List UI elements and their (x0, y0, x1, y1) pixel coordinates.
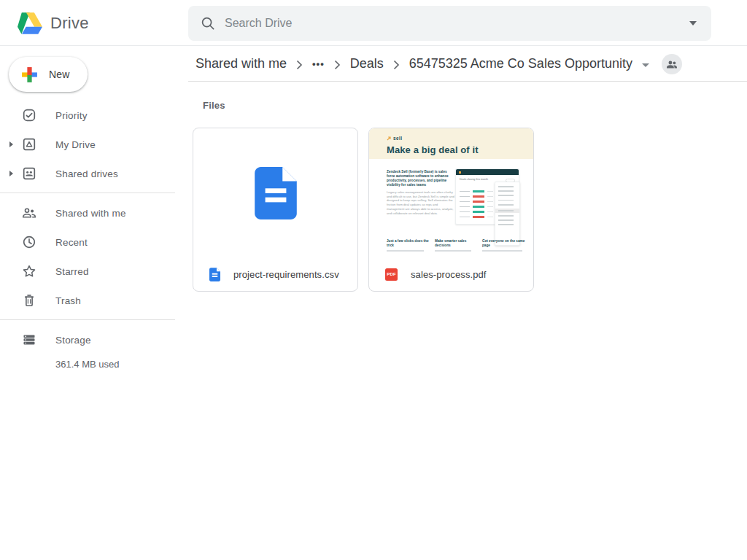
storage-usage-text: 361.4 MB used (55, 359, 187, 370)
app-screenshot-topbar (456, 169, 519, 175)
pdf-column-subtext-line (482, 250, 522, 252)
sidebar-item-recent[interactable]: Recent (0, 228, 187, 257)
pdf-feature-columns: Just a few clicks does the trick Make sm… (387, 239, 533, 252)
file-grid: project-requirements.csv sell Make a big… (193, 128, 747, 292)
sidebar-item-label: Priority (55, 110, 88, 121)
shared-drives-icon (22, 166, 36, 181)
star-icon (22, 264, 36, 279)
drive-triangle-icon (18, 12, 42, 34)
app-screenshot-title: Deals closing this month (460, 178, 490, 181)
sidebar-item-priority[interactable]: Priority (0, 101, 187, 130)
main-content: Shared with me ••• Deals 65475325 Acme C… (187, 47, 747, 560)
pdf-preview-area: sell Make a big deal of it Zendesk Sell … (369, 128, 533, 257)
pdf-file-mini-icon: PDF (385, 268, 398, 281)
sidebar-item-label: Starred (55, 266, 89, 277)
sell-arrow-icon (387, 136, 391, 141)
pdf-column-heading: Get everyone on the same page (482, 239, 527, 248)
chevron-right-icon (393, 60, 400, 70)
sidebar-item-label: My Drive (55, 139, 96, 150)
sidebar-item-shared-drives[interactable]: Shared drives (0, 159, 187, 188)
sidebar-item-starred[interactable]: Starred (0, 257, 187, 286)
clock-icon (22, 235, 36, 249)
csv-file-icon (255, 167, 297, 219)
pdf-intro-bold: Zendesk Sell (formerly Base) is sales fo… (387, 170, 456, 187)
sidebar-divider (0, 319, 175, 320)
storage-icon (22, 332, 36, 347)
sidebar-nav: Priority My Drive Shared drives (0, 101, 187, 370)
sidebar-item-label: Shared drives (55, 168, 118, 179)
sidebar-divider (0, 192, 175, 193)
search-icon[interactable] (201, 16, 215, 31)
sidebar-item-trash[interactable]: Trash (0, 286, 187, 315)
new-button[interactable]: New (9, 57, 88, 92)
pdf-thumb-header: sell Make a big deal of it (369, 128, 533, 159)
pdf-thumb-body: Zendesk Sell (formerly Base) is sales fo… (369, 159, 533, 257)
pdf-column-heading: Just a few clicks does the trick (387, 239, 429, 248)
pdf-thumbnail: sell Make a big deal of it Zendesk Sell … (369, 128, 533, 257)
csv-preview-area (193, 128, 357, 257)
pdf-column-heading: Make smarter sales decisions (435, 239, 476, 248)
files-section-label: Files (203, 100, 747, 111)
folder-menu-caret-icon[interactable] (642, 63, 649, 67)
my-drive-icon (22, 137, 36, 152)
sidebar-item-label: Trash (55, 295, 81, 306)
trash-icon (22, 293, 36, 308)
shared-folder-badge[interactable] (662, 54, 682, 74)
breadcrumb-collapsed-ellipsis[interactable]: ••• (312, 58, 325, 69)
new-button-label: New (49, 69, 70, 80)
sidebar-item-storage[interactable]: Storage (0, 325, 187, 354)
pdf-column-subtext-line (387, 250, 424, 252)
csv-file-mini-icon (209, 268, 220, 281)
sidebar-item-label: Shared with me (55, 208, 126, 219)
chevron-right-icon (334, 60, 341, 70)
sidebar-item-shared-with-me[interactable]: Shared with me (0, 198, 187, 228)
breadcrumb-item-current-folder[interactable]: 65475325 Acme Co Sales Opportunity (409, 56, 632, 71)
breadcrumb-item-shared-with-me[interactable]: Shared with me (196, 56, 287, 71)
people-icon (666, 58, 678, 70)
top-app-bar: Drive (0, 0, 747, 46)
app-logo-icon (459, 171, 461, 174)
sidebar-item-my-drive[interactable]: My Drive (0, 130, 187, 159)
sell-logo: sell (387, 136, 533, 141)
drive-logo[interactable]: Drive (18, 0, 89, 46)
file-card-csv[interactable]: project-requirements.csv (193, 128, 358, 292)
sidebar-item-label: Storage (55, 335, 91, 346)
sell-logo-text: sell (393, 136, 402, 141)
breadcrumb: Shared with me ••• Deals 65475325 Acme C… (188, 47, 747, 82)
expand-arrow-icon[interactable] (9, 171, 13, 176)
search-bar[interactable] (188, 6, 711, 41)
breadcrumb-item-deals[interactable]: Deals (350, 56, 384, 71)
pdf-column-subtext-line (435, 250, 471, 252)
expand-arrow-icon[interactable] (9, 141, 13, 147)
search-input[interactable] (225, 6, 689, 41)
file-name: sales-process.pdf (411, 269, 487, 280)
priority-icon (22, 108, 36, 122)
plus-icon (20, 66, 39, 84)
pdf-headline: Make a big deal of it (387, 144, 533, 155)
file-name: project-requirements.csv (233, 269, 339, 280)
search-options-caret-icon[interactable] (689, 21, 697, 26)
file-card-pdf[interactable]: sell Make a big deal of it Zendesk Sell … (368, 128, 534, 292)
pdf-intro-light: Legacy sales management tools are often … (387, 190, 456, 215)
sidebar-item-label: Recent (55, 237, 88, 248)
sidebar: New Priority My Drive (0, 47, 187, 560)
file-card-footer: PDF sales-process.pdf (369, 257, 533, 291)
file-card-footer: project-requirements.csv (193, 257, 357, 291)
app-title: Drive (50, 14, 89, 33)
app-screenshot-dropdown (495, 182, 520, 246)
chevron-right-icon (296, 60, 303, 70)
shared-with-me-icon (22, 206, 36, 220)
